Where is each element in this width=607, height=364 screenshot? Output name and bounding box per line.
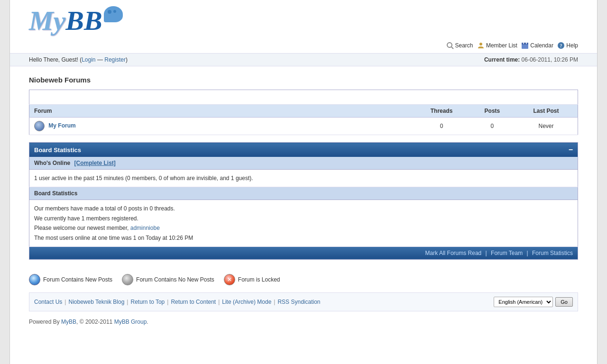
logo-my: My: [29, 7, 65, 35]
sep3: |: [167, 299, 168, 305]
greeting-prefix: Hello There, Guest! (: [29, 56, 82, 63]
calendar-nav-link[interactable]: Calendar: [521, 42, 553, 49]
members-icon: [477, 42, 485, 49]
category-table: My Category − Forum Threads Posts Last P…: [29, 90, 578, 135]
return-to-top-link[interactable]: Return to Top: [130, 299, 165, 305]
help-label: Help: [566, 42, 578, 49]
search-icon: [446, 42, 454, 49]
sep2: |: [127, 299, 128, 305]
powered-by: Powered By MyBB, © 2002-2011 MyBB Group.: [29, 316, 578, 330]
posts-column-header: Posts: [470, 105, 515, 118]
table-row: My Forum 0 0 Never: [29, 118, 578, 135]
powered-by-suffix: .: [147, 318, 148, 325]
stats-title: Board Statistics: [34, 146, 81, 154]
calendar-icon: [521, 42, 529, 49]
stats-line2: We currently have 1 members registered.: [34, 214, 573, 223]
language-selector: English (American) Go: [494, 297, 573, 307]
board-stats-subheader: Board Statistics: [29, 187, 578, 200]
legend-no-new-posts: Forum Contains No New Posts: [122, 274, 214, 285]
sep4: |: [218, 299, 220, 305]
help-nav-link[interactable]: ? Help: [557, 42, 578, 49]
forum-link[interactable]: My Forum: [48, 122, 75, 129]
register-link[interactable]: Register: [104, 56, 126, 63]
member-list-label: Member List: [486, 42, 517, 49]
threads-column-header: Threads: [413, 105, 469, 118]
category-title: My Category: [34, 94, 71, 101]
search-label: Search: [455, 42, 473, 49]
forum-statistics-link[interactable]: Forum Statistics: [532, 250, 573, 256]
svg-line-1: [451, 47, 453, 49]
calendar-label: Calendar: [530, 42, 553, 49]
current-time-value: 06-06-2011, 10:26 PM: [522, 56, 578, 63]
stats-header: Board Statistics −: [29, 143, 578, 157]
stats-line1: Our members have made a total of 0 posts…: [34, 204, 573, 213]
logo: MyBB: [29, 7, 578, 35]
footer-separator-2: |: [527, 250, 530, 256]
new-posts-label: Forum Contains New Posts: [43, 276, 112, 283]
stats-footer: Mark All Forums Read | Forum Team | Foru…: [29, 246, 578, 259]
sep5: |: [274, 299, 275, 305]
stats-line3: Please welcome our newest member, adminn…: [34, 223, 573, 233]
category-header: My Category −: [29, 90, 578, 105]
mybb-group-link[interactable]: MyBB Group: [114, 318, 147, 325]
whos-online-label: Who's Online: [34, 160, 70, 166]
last-post-column-header: Last Post: [515, 105, 578, 118]
no-new-posts-icon: [122, 274, 133, 285]
forum-status-icon: [34, 121, 45, 131]
member-list-nav-link[interactable]: Member List: [477, 42, 517, 49]
language-go-button[interactable]: Go: [555, 297, 573, 307]
footer-nav: Contact Us | Niobeweb Teknik Blog | Retu…: [34, 299, 321, 305]
collapse-category-button[interactable]: −: [569, 93, 573, 101]
svg-point-0: [447, 43, 452, 47]
mark-all-read-link[interactable]: Mark All Forums Read: [425, 250, 482, 256]
page-title: Niobeweb Forums: [29, 71, 578, 90]
board-statistics-table: Board Statistics − Who's Online [Complet…: [29, 142, 578, 260]
svg-text:?: ?: [560, 43, 562, 48]
whos-online-header: Who's Online [Complete List]: [29, 157, 578, 170]
svg-point-2: [479, 43, 482, 46]
legend-new-posts: Forum Contains New Posts: [29, 274, 112, 285]
stats-line3-before: Please welcome our newest member,: [34, 225, 130, 231]
complete-list-link[interactable]: [Complete List]: [74, 160, 116, 166]
locked-label: Forum is Locked: [238, 276, 280, 283]
new-posts-icon: [29, 274, 40, 285]
greeting-bar: Hello There, Guest! (Login — Register) C…: [10, 53, 597, 66]
lite-mode-link[interactable]: Lite (Archive) Mode: [222, 299, 271, 305]
greeting-text: Hello There, Guest! (Login — Register): [29, 56, 128, 63]
locked-icon: [224, 274, 235, 285]
login-link[interactable]: Login: [82, 56, 95, 63]
forum-threads: 0: [413, 118, 469, 135]
contact-us-link[interactable]: Contact Us: [34, 299, 62, 305]
legend-locked: Forum is Locked: [224, 274, 280, 285]
stats-line4: The most users online at one time was 1 …: [34, 233, 573, 243]
help-icon: ?: [557, 42, 565, 49]
forum-name-cell: My Forum: [29, 118, 414, 135]
forum-posts: 0: [470, 118, 515, 135]
powered-by-middle: , © 2002-2011: [76, 318, 114, 325]
sep1: |: [64, 299, 66, 305]
mybb-link[interactable]: MyBB: [61, 318, 76, 325]
teknik-blog-link[interactable]: Niobeweb Teknik Blog: [68, 299, 124, 305]
newest-member-link[interactable]: adminniobe: [130, 225, 160, 231]
logo-bubble-icon: [104, 6, 123, 22]
footer-separator-1: |: [486, 250, 488, 256]
search-nav-link[interactable]: Search: [446, 42, 473, 49]
language-select-dropdown[interactable]: English (American): [494, 297, 553, 307]
return-to-content-link[interactable]: Return to Content: [171, 299, 216, 305]
powered-by-prefix: Powered By: [29, 318, 61, 325]
navigation-bar: Search Member List Calendar ? Help: [10, 39, 597, 53]
current-time: Current time: 06-06-2011, 10:26 PM: [484, 56, 578, 63]
forum-legend: Forum Contains New Posts Forum Contains …: [29, 267, 578, 292]
no-new-posts-label: Forum Contains No New Posts: [136, 276, 214, 283]
stats-content-area: Our members have made a total of 0 posts…: [29, 200, 578, 247]
forum-team-link[interactable]: Forum Team: [491, 250, 523, 256]
forum-last-post: Never: [515, 118, 578, 135]
greeting-suffix: ): [126, 56, 128, 63]
rss-link[interactable]: RSS Syndication: [277, 299, 320, 305]
online-count-text: 1 user active in the past 15 minutes (0 …: [29, 170, 578, 187]
svg-rect-4: [522, 43, 528, 45]
footer-links-bar: Contact Us | Niobeweb Teknik Blog | Retu…: [29, 292, 578, 311]
current-time-label: Current time:: [484, 56, 520, 63]
greeting-separator: —: [96, 56, 105, 63]
collapse-stats-button[interactable]: −: [569, 146, 573, 154]
